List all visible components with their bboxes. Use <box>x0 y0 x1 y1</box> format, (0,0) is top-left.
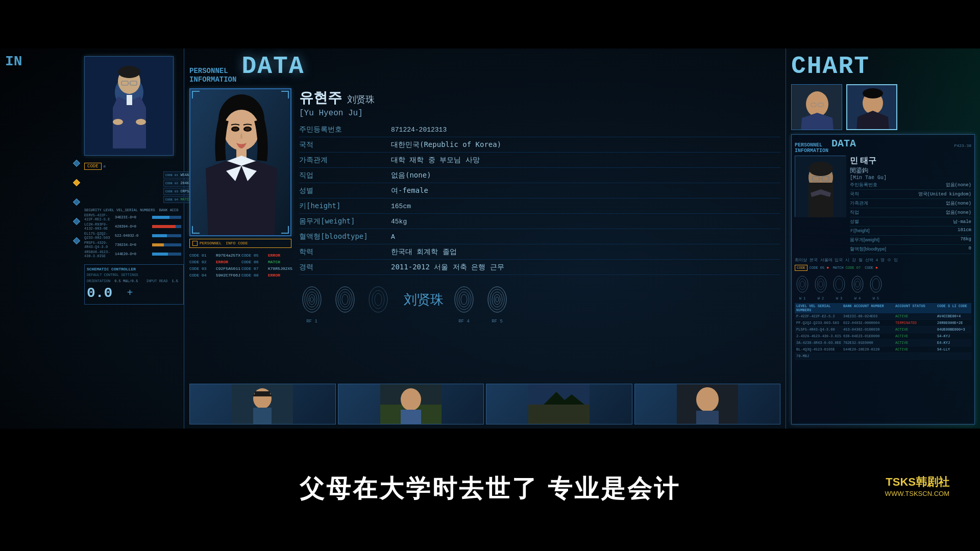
person-name-kr: 유현주 <box>299 88 342 108</box>
info-row-family: 가족관계 대학 재학 중 부모님 사망 <box>299 156 780 168</box>
svg-point-19 <box>303 287 321 312</box>
nav-dot-2[interactable] <box>73 179 80 186</box>
bottom-photos-strip <box>189 384 780 424</box>
code-list-indicator: ≡ <box>104 164 106 169</box>
svg-rect-7 <box>127 95 132 105</box>
sdp-code-section: CODE CODE 05 ■ MATCH CODE 07 CODE ■ <box>795 265 971 271</box>
sdp-code-label: CODE <box>795 265 807 271</box>
bottom-table: LEVEL VEL SERIAL NUMBERS BANK ACCOUNT NU… <box>795 303 971 360</box>
sdp-id: P423-38 <box>954 143 971 148</box>
sdp-fp-1: W 1 <box>795 274 810 300</box>
info-row-job: 직업 없음(none) <box>299 171 780 183</box>
svg-point-79 <box>855 281 860 287</box>
security-section: SECURITY LEVEL VEL_SERIAL NUMBERS BANK A… <box>84 208 181 259</box>
fingerprint-2 <box>332 283 358 316</box>
sdp-field-nation: 국적 영국(United kingdom) <box>850 190 971 199</box>
info-row-gender: 성별 여-female <box>299 186 780 198</box>
panel-title-row: PERSONNEL INFORMATION DATA <box>189 53 780 84</box>
svg-point-74 <box>819 281 823 287</box>
black-bar-top <box>0 0 980 48</box>
bt-photo-3 <box>486 384 632 424</box>
right-panel: CHART <box>786 48 980 429</box>
sdp-field-blood: 혈액형[bloodtype] 0 <box>850 245 971 254</box>
svg-point-29 <box>372 290 384 309</box>
ct-row-4: CODE 04 59H2C7F06J <box>189 272 240 278</box>
nav-dot-5[interactable] <box>73 237 80 244</box>
sdp-photo <box>795 156 846 217</box>
nav-dot-3[interactable] <box>73 198 80 206</box>
secondary-data-panel: PERSONNEL INFORMATION DATA P423-38 <box>791 134 975 424</box>
svg-rect-48 <box>401 410 421 424</box>
chart-title: CHART <box>791 53 975 80</box>
nav-dot-4[interactable] <box>73 218 80 225</box>
ct-row-6: CODE 06 MATCH <box>241 259 292 265</box>
nav-dots <box>74 161 79 243</box>
svg-point-47 <box>401 388 421 411</box>
person-name-section: 유현주 刘贤珠 [Yu Hyeon Ju] <box>299 88 780 118</box>
bt-data-row-3: PL5F5-4R43-Q4-3.00 453-04302-0100030 ACT… <box>795 327 971 333</box>
security-header: SECURITY LEVEL VEL_SERIAL NUMBERS BANK A… <box>84 208 181 212</box>
svg-point-30 <box>375 293 382 306</box>
bt-data-row-2: PF-Q2Q2-Q233-003-503 022-04032-0000004 T… <box>795 320 971 327</box>
ct-row-5: CODE 05 ERROR <box>241 253 292 258</box>
nav-dot-1[interactable] <box>73 160 80 167</box>
sdp-info: 민 태구 閔鎏鉤 [Min Tae Gu] 주민등록번호 없음(none) 국적… <box>850 156 971 254</box>
watermark: TSKS韩剧社 WWW.TSKSCN.COM <box>885 474 949 497</box>
ct-row-8: CODE 08 ERROR <box>241 272 292 278</box>
fp-label-5: RF 5 <box>492 319 503 324</box>
sdp-extra-info: 최이상 본국 서울에 입국 시 강 철 선박 4 명 수 있 <box>795 257 971 263</box>
fp-label-1: RF 1 <box>306 319 317 324</box>
person-photo-main <box>84 56 174 156</box>
code-table: CODE 01 R97E4a25TX CODE 05 ERROR CODE 02… <box>189 253 291 278</box>
corner-tr <box>281 91 289 98</box>
subject-photo-frame <box>189 88 291 236</box>
panel-title-small: PERSONNEL INFORMATION <box>189 67 236 84</box>
sdp-name-en: [Min Tae Gu] <box>850 175 971 181</box>
chart-photo-1 <box>791 84 842 130</box>
watermark-main: TSKS韩剧社 <box>885 474 949 490</box>
sec-row-1: EERV5-422F-422F-RE2-S.E 34E23I-O+0 <box>84 213 181 221</box>
svg-point-27 <box>342 294 348 305</box>
svg-rect-54 <box>696 411 719 424</box>
svg-point-61 <box>863 88 883 98</box>
left-panel: IN <box>0 48 184 429</box>
sch-value-row: 0.0 + <box>87 285 181 301</box>
corner-bl <box>192 226 200 234</box>
svg-rect-43 <box>255 391 270 394</box>
sdp-code-items: CODE 05 ■ MATCH CODE 07 CODE ■ <box>810 266 878 270</box>
sdp-field-id: 주민등록번호 없음(none) <box>850 181 971 190</box>
ct-row-1: CODE 01 R97E4a25TX <box>189 253 240 258</box>
sdp-field-weight: 몸무게[weight] 78kg <box>850 236 971 245</box>
bt-photo-1 <box>189 384 336 424</box>
schematic-controller: SCHEMATIC CONTROLLER DEFAULT CONTROL SET… <box>84 264 184 305</box>
info-row-blood: 혈액형[bloodtype] A <box>299 232 780 244</box>
svg-point-34 <box>461 294 467 305</box>
svg-point-64 <box>808 162 833 176</box>
pcb-info-code: INFO CODE <box>226 241 248 245</box>
bt-data-row-6: BL-4Q3Q-4523-010SE 544E20-10E20-0220 ACT… <box>795 346 971 353</box>
sdp-photo-row: 민 태구 閔鎏鉤 [Min Tae Gu] 주민등록번호 없음(none) 국적… <box>795 156 971 254</box>
subtitle-area: 父母在大学时去世了 专业是会计 <box>0 472 980 505</box>
svg-point-37 <box>492 292 502 307</box>
fingerprint-5: RF 5 <box>484 283 510 316</box>
sdp-fp-3: W 3 <box>831 274 847 300</box>
svg-point-22 <box>309 294 315 305</box>
svg-point-38 <box>494 294 500 305</box>
svg-point-24 <box>336 287 354 312</box>
man-suit-svg <box>85 57 174 156</box>
svg-point-78 <box>854 279 861 290</box>
svg-point-81 <box>872 279 879 290</box>
svg-rect-65 <box>808 183 833 217</box>
info-row-career: 경력 2011-2012 서울 저축 은행 근무 <box>299 263 780 275</box>
fingerprint-4: RF 4 <box>451 283 477 316</box>
bt-data-row-5: 3A-4238-4R43-0-03.0EE 7G2E32-01E0000 ACT… <box>795 340 971 346</box>
chart-photos-row <box>791 84 975 130</box>
bt-photo-4 <box>634 384 781 424</box>
svg-point-28 <box>369 287 387 312</box>
sec-row-3: EL175-Q2Q2-Q233-002-503 522-04032-0 <box>84 232 181 240</box>
info-row-education: 학력 한국대 회계학 졸업 <box>299 247 780 260</box>
svg-point-70 <box>799 279 806 290</box>
watermark-sub: WWW.TSKSCN.COM <box>885 490 949 497</box>
svg-point-3 <box>118 66 140 78</box>
bt-data-row-4: 2-4329-4523-430-3.0I5 630-04E23-01E0000 … <box>795 333 971 340</box>
